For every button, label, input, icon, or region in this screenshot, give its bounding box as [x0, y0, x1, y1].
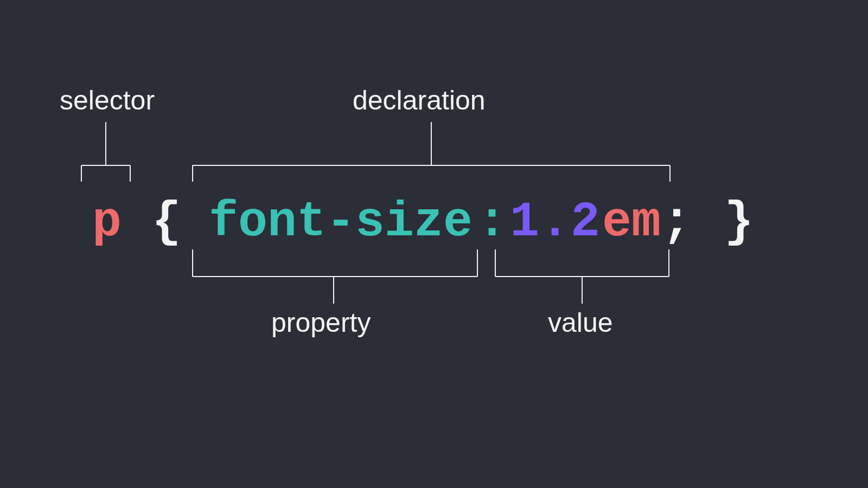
- bracket-value: [493, 249, 682, 309]
- code-colon: :: [477, 198, 507, 247]
- code-unit: em: [602, 198, 661, 247]
- bracket-selector: [76, 122, 141, 187]
- bracket-property: [190, 249, 494, 309]
- label-declaration: declaration: [353, 87, 486, 114]
- code-selector: p: [92, 198, 122, 247]
- label-property: property: [271, 309, 371, 336]
- code-semicolon: ;: [662, 198, 691, 247]
- label-selector: selector: [60, 87, 155, 114]
- bracket-declaration: [190, 122, 689, 187]
- label-value: value: [548, 309, 613, 336]
- css-syntax-diagram: selector declaration property value p { …: [0, 0, 868, 488]
- code-brace-open: {: [152, 198, 181, 247]
- code-number: 1.2: [510, 198, 601, 247]
- code-brace-close: }: [724, 198, 754, 247]
- code-property: font-size: [209, 198, 473, 247]
